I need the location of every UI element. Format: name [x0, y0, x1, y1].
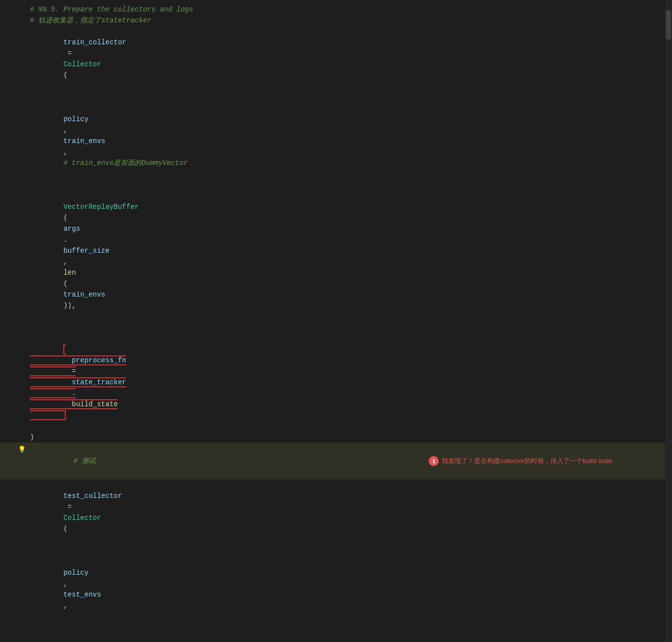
code-line: policy , train_envs , # train_envs是前面的Du…	[0, 92, 672, 179]
code-comment: # %% 5. Prepare the collectors and logs	[30, 5, 193, 13]
red-box-preprocess-1: preprocess_fn = state_tracker . build_st…	[30, 344, 126, 420]
code-section-1: # %% 5. Prepare the collectors and logs …	[0, 0, 672, 642]
annotation-text-1: 我发现了！是在构建collector的时候，传入了一个build state	[442, 456, 612, 467]
code-line-preprocess-1: preprocess_fn = state_tracker . build_st…	[0, 322, 672, 432]
code-line: VectorReplayBuffer ( args . buffer_size …	[0, 179, 672, 322]
code-line: )	[0, 432, 672, 443]
lightbulb-icon: 💡	[18, 445, 26, 456]
code-line: # 轨迹收集器，指定了statetracker	[0, 15, 672, 26]
code-comment-cn: # 轨迹收集器，指定了statetracker	[30, 16, 152, 24]
code-line: train_collector = Collector (	[0, 26, 672, 92]
scrollbar-thumb[interactable]	[666, 10, 671, 40]
code-line-preprocess-2: preprocess_fn = state_tracker . build_st…	[0, 622, 672, 642]
annotation-number-1: 1	[429, 456, 439, 466]
code-line: # %% 5. Prepare the collectors and logs	[0, 4, 672, 15]
editor-container: # %% 5. Prepare the collectors and logs …	[0, 0, 672, 642]
annotation-line-1: 💡 # 测试 1 我发现了！是在构建collector的时候，传入了一个buil…	[0, 443, 672, 480]
scrollbar-track[interactable]	[665, 0, 672, 642]
code-line: test_collector = Collector (	[0, 480, 672, 545]
code-line: policy , test_envs ,	[0, 545, 672, 622]
